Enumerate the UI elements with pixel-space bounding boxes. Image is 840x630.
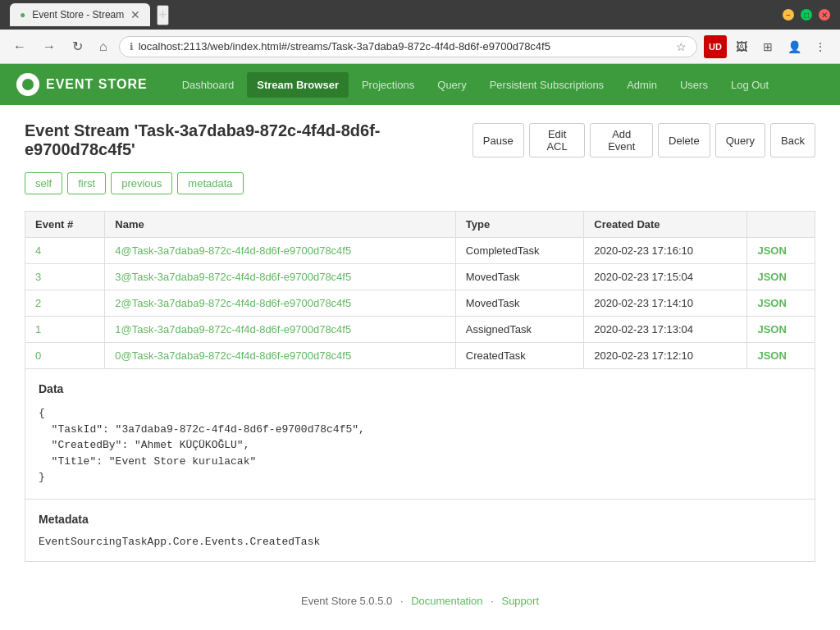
logo-icon: [16, 73, 39, 96]
tab-favicon: ●: [20, 9, 25, 21]
col-header-type: Type: [455, 212, 584, 238]
cell-event-number-3: 1: [25, 317, 105, 343]
cell-event-name-1: 3@Task-3a7daba9-872c-4f4d-8d6f-e9700d78c…: [105, 264, 455, 290]
stream-title: Event Stream 'Task-3a7daba9-872c-4f4d-8d…: [25, 121, 472, 159]
maximize-button[interactable]: □: [801, 9, 812, 21]
logo: EVENT STORE: [16, 73, 148, 96]
event-number-1: 3: [35, 271, 41, 283]
delete-button[interactable]: Delete: [658, 123, 710, 158]
query-button[interactable]: Query: [715, 123, 765, 158]
home-button[interactable]: ⌂: [94, 38, 112, 56]
back-button[interactable]: Back: [770, 123, 815, 158]
menu-button[interactable]: ⋮: [809, 35, 832, 58]
cell-event-type-2: MovedTask: [455, 290, 584, 317]
add-event-button[interactable]: Add Event: [590, 123, 653, 158]
nav-users[interactable]: Users: [670, 72, 718, 98]
cell-format-4: JSON: [747, 343, 815, 369]
bookmark-icon[interactable]: ☆: [676, 40, 687, 53]
toolbar-icon-3[interactable]: 👤: [783, 35, 806, 58]
cell-event-number-4: 0: [25, 343, 105, 369]
cell-created-date-1: 2020-02-23 17:15:04: [584, 264, 747, 290]
nav-projections[interactable]: Projections: [352, 72, 424, 98]
pause-button[interactable]: Pause: [472, 123, 524, 158]
app: EVENT STORE Dashboard Stream Browser Pro…: [0, 64, 840, 623]
pill-metadata[interactable]: metadata: [177, 172, 243, 194]
nav-stream-browser[interactable]: Stream Browser: [247, 72, 349, 98]
cell-event-name-3: 1@Task-3a7daba9-872c-4f4d-8d6f-e9700d78c…: [105, 317, 455, 343]
cell-created-date-0: 2020-02-23 17:16:10: [584, 238, 747, 264]
table-row: 0 0@Task-3a7daba9-872c-4f4d-8d6f-e9700d7…: [25, 343, 815, 369]
col-header-event-number: Event #: [25, 212, 105, 238]
event-name-link-4[interactable]: 0@Task-3a7daba9-872c-4f4d-8d6f-e9700d78c…: [115, 349, 351, 362]
cell-created-date-4: 2020-02-23 17:12:10: [584, 343, 747, 369]
nav-logout[interactable]: Log Out: [721, 72, 778, 98]
extensions-button[interactable]: UD: [704, 35, 727, 58]
event-number-0: 4: [35, 244, 41, 257]
event-number-2: 2: [35, 297, 41, 309]
event-name-link-3[interactable]: 1@Task-3a7daba9-872c-4f4d-8d6f-e9700d78c…: [115, 323, 351, 336]
event-number-3: 1: [35, 323, 41, 336]
cell-event-number-0: 4: [25, 238, 105, 264]
toolbar-icon-2[interactable]: ⊞: [756, 35, 779, 58]
event-number-4: 0: [35, 349, 41, 362]
cell-format-2: JSON: [747, 290, 815, 317]
col-header-name: Name: [105, 212, 455, 238]
cell-event-type-1: MovedTask: [455, 264, 584, 290]
footer-separator-2: ·: [491, 595, 494, 607]
action-buttons: Pause Edit ACL Add Event Delete Query Ba…: [472, 123, 815, 158]
json-link-0[interactable]: JSON: [757, 244, 786, 257]
cell-event-type-0: CompletedTask: [455, 238, 584, 264]
edit-acl-button[interactable]: Edit ACL: [529, 123, 586, 158]
cell-format-0: JSON: [747, 238, 815, 264]
toolbar-icon-1[interactable]: 🖼: [730, 35, 753, 58]
json-link-3[interactable]: JSON: [757, 323, 786, 336]
data-section-title: Data: [39, 382, 801, 395]
nav-query[interactable]: Query: [427, 72, 476, 98]
nav-pills: self first previous metadata: [25, 172, 815, 194]
data-content: { "TaskId": "3a7daba9-872c-4f4d-8d6f-e97…: [39, 405, 801, 486]
back-nav-button[interactable]: ←: [8, 38, 31, 56]
event-name-link-0[interactable]: 4@Task-3a7daba9-872c-4f4d-8d6f-e9700d78c…: [115, 244, 351, 257]
new-tab-button[interactable]: +: [157, 5, 169, 25]
cell-event-name-0: 4@Task-3a7daba9-872c-4f4d-8d6f-e9700d78c…: [105, 238, 455, 264]
tab-close-icon[interactable]: ✕: [130, 8, 140, 21]
stream-title-suffix: ': [131, 140, 135, 158]
lock-icon: ℹ: [130, 41, 134, 52]
nav-dashboard[interactable]: Dashboard: [172, 72, 244, 98]
footer-version: Event Store 5.0.5.0: [301, 595, 392, 607]
browser-tab[interactable]: ● Event Store - Stream ✕: [10, 3, 150, 26]
footer-support-link[interactable]: Support: [501, 595, 539, 607]
toolbar-icons: UD 🖼 ⊞ 👤 ⋮: [704, 35, 832, 58]
cell-event-type-4: CreatedTask: [455, 343, 584, 369]
nav-links: Dashboard Stream Browser Projections Que…: [172, 72, 824, 98]
footer: Event Store 5.0.5.0 · Documentation · Su…: [0, 578, 840, 623]
pill-previous[interactable]: previous: [111, 172, 172, 194]
address-bar[interactable]: ℹ localhost:2113/web/index.html#/streams…: [119, 36, 697, 57]
json-link-2[interactable]: JSON: [757, 297, 786, 309]
minimize-button[interactable]: −: [783, 9, 794, 21]
json-link-1[interactable]: JSON: [757, 271, 786, 283]
footer-documentation-link[interactable]: Documentation: [411, 595, 482, 607]
window-controls: − □ ✕: [783, 9, 830, 21]
table-row: 3 3@Task-3a7daba9-872c-4f4d-8d6f-e9700d7…: [25, 264, 815, 290]
close-button[interactable]: ✕: [819, 9, 830, 21]
col-header-format: [747, 212, 815, 238]
event-name-link-1[interactable]: 3@Task-3a7daba9-872c-4f4d-8d6f-e9700d78c…: [115, 271, 351, 283]
nav-admin[interactable]: Admin: [617, 72, 667, 98]
nav-persistent-subscriptions[interactable]: Persistent Subscriptions: [480, 72, 614, 98]
pill-self[interactable]: self: [25, 172, 62, 194]
forward-nav-button[interactable]: →: [38, 38, 61, 56]
page-wrapper: ● Event Store - Stream ✕ + − □ ✕ ← → ↻ ⌂…: [0, 0, 840, 630]
table-row: 1 1@Task-3a7daba9-872c-4f4d-8d6f-e9700d7…: [25, 317, 815, 343]
cell-format-1: JSON: [747, 264, 815, 290]
url-text: localhost:2113/web/index.html#/streams/T…: [139, 40, 671, 52]
pill-first[interactable]: first: [67, 172, 106, 194]
reload-button[interactable]: ↻: [67, 37, 88, 56]
metadata-section-title: Metadata: [39, 513, 801, 526]
cell-event-number-2: 2: [25, 290, 105, 317]
table-row: 4 4@Task-3a7daba9-872c-4f4d-8d6f-e9700d7…: [25, 238, 815, 264]
json-link-4[interactable]: JSON: [757, 349, 786, 362]
table-row: 2 2@Task-3a7daba9-872c-4f4d-8d6f-e9700d7…: [25, 290, 815, 317]
event-name-link-2[interactable]: 2@Task-3a7daba9-872c-4f4d-8d6f-e9700d78c…: [115, 297, 351, 309]
table-header-row: Event # Name Type Created Date: [25, 212, 815, 238]
